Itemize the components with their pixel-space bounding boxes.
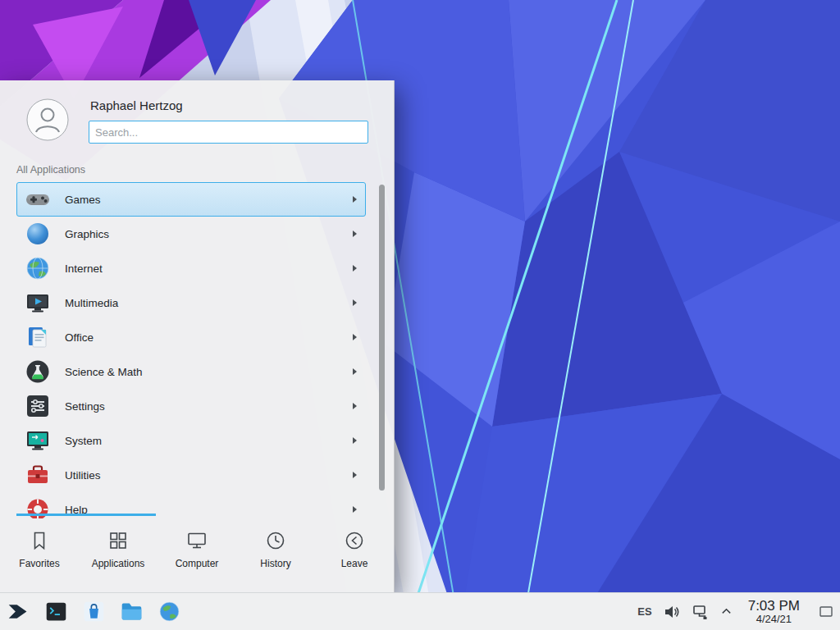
category-list: Games Graphics Internet — [16, 182, 366, 518]
category-multimedia[interactable]: Multimedia — [16, 285, 366, 320]
tab-computer[interactable]: Computer — [158, 529, 236, 592]
search-input[interactable] — [89, 121, 368, 144]
system-monitor-icon — [25, 427, 51, 454]
chevron-right-icon — [353, 299, 357, 306]
taskbar-launchers — [5, 600, 181, 623]
scrollbar[interactable] — [379, 185, 385, 491]
category-internet[interactable]: Internet — [16, 251, 366, 285]
application-launcher-menu: Raphael Hertzog All Applications Games G… — [0, 80, 395, 592]
system-tray: ES 7:03 PM 4/24/21 — [637, 596, 837, 628]
chevron-right-icon — [353, 472, 357, 478]
chevron-right-icon — [353, 231, 357, 237]
chevron-right-icon — [353, 265, 357, 272]
category-label: System — [65, 435, 353, 447]
show-desktop-button[interactable] — [815, 596, 837, 628]
browser-globe-icon[interactable] — [158, 600, 181, 623]
category-label: Graphics — [65, 228, 353, 240]
tab-history[interactable]: History — [236, 529, 315, 592]
clock-time: 7:03 PM — [748, 598, 800, 614]
terminal-icon[interactable] — [44, 600, 68, 623]
tab-label: Leave — [341, 558, 368, 569]
tab-leave[interactable]: Leave — [315, 529, 394, 592]
category-label: Multimedia — [65, 297, 353, 309]
volume-icon[interactable] — [663, 603, 681, 621]
file-manager-icon[interactable] — [120, 600, 144, 623]
sliders-icon — [25, 393, 51, 419]
tab-label: History — [260, 558, 290, 569]
category-utilities[interactable]: Utilities — [16, 458, 366, 492]
chevron-right-icon — [353, 403, 357, 409]
category-label: Internet — [65, 262, 353, 275]
category-science-math[interactable]: Science & Math — [16, 354, 366, 389]
app-launcher-button[interactable] — [7, 600, 30, 623]
graphics-sphere-icon — [25, 221, 51, 247]
chevron-right-icon — [353, 334, 357, 340]
desktop: Raphael Hertzog All Applications Games G… — [0, 0, 840, 630]
launcher-tab-bar: Favorites Applications Computer History — [0, 518, 394, 592]
category-label: Games — [65, 194, 353, 206]
category-label: Science & Math — [65, 366, 353, 378]
gamepad-icon — [25, 186, 51, 212]
flask-icon — [25, 358, 51, 385]
grid-icon — [107, 529, 130, 552]
leave-icon — [343, 529, 366, 552]
bookmark-icon — [28, 529, 51, 552]
clock-date: 4/24/21 — [748, 614, 800, 626]
tab-applications[interactable]: Applications — [79, 529, 158, 592]
chevron-right-icon — [353, 368, 357, 375]
chevron-right-icon — [353, 506, 357, 513]
toolbox-icon — [25, 462, 51, 488]
chevron-right-icon — [353, 196, 357, 203]
category-label: Office — [65, 331, 353, 344]
category-office[interactable]: Office — [16, 320, 366, 354]
chevron-right-icon — [353, 437, 357, 444]
globe-icon — [25, 255, 51, 281]
document-icon — [25, 324, 51, 350]
category-games[interactable]: Games — [16, 182, 366, 217]
network-icon[interactable] — [692, 603, 710, 621]
keyboard-layout-indicator[interactable]: ES — [637, 605, 651, 618]
tray-expander-icon[interactable] — [720, 605, 733, 618]
clock-icon — [264, 529, 287, 552]
digital-clock[interactable]: 7:03 PM 4/24/21 — [748, 598, 800, 626]
software-center-icon[interactable] — [82, 600, 106, 623]
tab-favorites[interactable]: Favorites — [0, 529, 79, 592]
category-label: Utilities — [65, 469, 353, 482]
active-tab-indicator — [16, 514, 156, 516]
category-system[interactable]: System — [16, 423, 366, 458]
section-label: All Applications — [16, 164, 85, 176]
category-graphics[interactable]: Graphics — [16, 217, 366, 251]
category-label: Settings — [65, 400, 353, 413]
computer-icon — [185, 529, 208, 552]
tab-label: Computer — [176, 558, 219, 569]
tab-label: Favorites — [19, 558, 59, 569]
taskbar: ES 7:03 PM 4/24/21 — [0, 592, 840, 630]
tab-label: Applications — [92, 558, 145, 569]
user-avatar-icon[interactable] — [26, 98, 69, 141]
monitor-play-icon — [25, 290, 51, 316]
user-name: Raphael Hertzog — [90, 98, 183, 112]
category-settings[interactable]: Settings — [16, 389, 366, 423]
